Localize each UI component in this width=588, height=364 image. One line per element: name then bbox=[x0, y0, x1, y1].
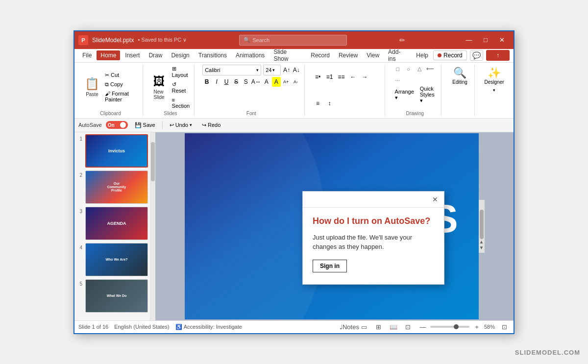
dialog-close-button[interactable]: ✕ bbox=[430, 194, 440, 204]
section-button[interactable]: ≡ Section bbox=[170, 96, 192, 110]
zoom-in-button[interactable]: + bbox=[471, 322, 482, 331]
underline-button[interactable]: U bbox=[222, 77, 231, 87]
menu-help[interactable]: Help bbox=[412, 50, 432, 60]
search-box[interactable]: 🔍 bbox=[239, 35, 347, 46]
slide-area: US LATE ✕ How do I turn on AutoSave? Jus… bbox=[155, 132, 514, 320]
format-painter-button[interactable]: 🖌 Format Painter bbox=[103, 90, 139, 103]
slide-preview-2[interactable]: OurCommunityProfile bbox=[85, 170, 148, 204]
menu-addins[interactable]: Add-ins bbox=[384, 47, 411, 64]
slides-label: Slides bbox=[164, 111, 177, 116]
zoom-slider[interactable] bbox=[430, 326, 469, 328]
notes-button[interactable]: ♩ Notes bbox=[344, 322, 355, 331]
menu-review[interactable]: Review bbox=[335, 50, 362, 60]
slides-scrollbar-thumb[interactable] bbox=[151, 142, 155, 181]
record-button[interactable]: Record bbox=[433, 50, 467, 60]
minimize-button[interactable]: — bbox=[462, 35, 476, 46]
strikethrough-button[interactable]: S bbox=[232, 77, 241, 87]
shadow-button[interactable]: S bbox=[242, 77, 250, 87]
chat-button[interactable]: 💬 bbox=[470, 50, 483, 61]
undo-button[interactable]: ↩ Undo ▾ bbox=[167, 121, 195, 129]
shape-line[interactable]: ⟵ bbox=[425, 65, 435, 73]
menu-record[interactable]: Record bbox=[307, 50, 334, 60]
font-size-selector[interactable]: 24 ▾ bbox=[263, 65, 281, 75]
title-bar: P SlideModel.pptx • Saved to this PC ∨ 🔍… bbox=[74, 31, 514, 49]
font-size-inc[interactable]: A+ bbox=[282, 77, 291, 87]
bullets-button[interactable]: ≡• bbox=[313, 72, 323, 82]
menu-home[interactable]: Home bbox=[97, 50, 120, 60]
slide-preview-5[interactable]: What We Do bbox=[85, 279, 148, 313]
slide-preview-4[interactable]: Who We Are? bbox=[85, 243, 148, 276]
saved-indicator: • Saved to this PC ∨ bbox=[138, 37, 187, 43]
shape-oval[interactable]: ○ bbox=[404, 65, 414, 73]
indent-more[interactable]: → bbox=[360, 72, 370, 82]
highlight-button[interactable]: A bbox=[272, 77, 281, 87]
menu-insert[interactable]: Insert bbox=[121, 50, 144, 60]
designer-expand[interactable]: ▾ bbox=[493, 88, 495, 93]
multilevel-button[interactable]: ≡≡ bbox=[336, 72, 347, 82]
slide-thumb-1[interactable]: 1 Invictus bbox=[76, 134, 148, 168]
slide-preview-1[interactable]: Invictus bbox=[85, 134, 148, 168]
slide-thumb-5[interactable]: 5 What We Do bbox=[76, 279, 148, 313]
slides-scrollbar[interactable] bbox=[150, 132, 155, 320]
decrease-font-button[interactable]: A↓ bbox=[293, 65, 300, 75]
new-slide-button[interactable]: 🖼 NewSlide bbox=[149, 73, 169, 101]
font-name-selector[interactable]: Calibri ▾ bbox=[202, 65, 261, 75]
save-button[interactable]: 💾 Save bbox=[132, 121, 158, 129]
ribbon-drawing: □ ○ △ ⟵ … Arrange ▾ QuickStyles ▾ Drawin… bbox=[389, 65, 441, 116]
menu-file[interactable]: File bbox=[78, 50, 96, 60]
arrange-button[interactable]: Arrange ▾ bbox=[393, 85, 416, 105]
numbered-button[interactable]: ≡1 bbox=[324, 72, 335, 82]
cut-button[interactable]: ✂ Cut bbox=[103, 71, 139, 79]
main-content: 1 Invictus 2 OurCommunityProfile 3 AGEND… bbox=[74, 132, 514, 320]
slide-thumb-3[interactable]: 3 AGENDA bbox=[76, 207, 148, 240]
accessibility-button[interactable]: ♿ Accessibility: Investigate bbox=[175, 324, 242, 330]
char-spacing-button[interactable]: A↔ bbox=[251, 77, 261, 87]
paste-button[interactable]: 📋 Paste bbox=[82, 76, 102, 98]
menu-transitions[interactable]: Transitions bbox=[195, 50, 231, 60]
menu-slideshow[interactable]: Slide Show bbox=[270, 47, 306, 64]
maximize-button[interactable]: □ bbox=[478, 35, 493, 46]
slide-1-text: Invictus bbox=[106, 146, 127, 155]
font-size-dec[interactable]: A- bbox=[292, 77, 300, 87]
editing-button[interactable]: 🔍 Editing bbox=[448, 65, 471, 87]
reset-button[interactable]: ↺ Reset bbox=[170, 80, 192, 95]
window-controls: — □ ✕ bbox=[462, 35, 510, 46]
indent-less[interactable]: ← bbox=[348, 72, 359, 82]
autosave-label: AutoSave bbox=[78, 122, 102, 128]
slide-thumb-4[interactable]: 4 Who We Are? bbox=[76, 243, 148, 276]
italic-button[interactable]: I bbox=[212, 77, 221, 87]
menu-design[interactable]: Design bbox=[167, 50, 193, 60]
slideshow-button[interactable]: ⊡ bbox=[403, 322, 414, 331]
shape-more[interactable]: … bbox=[393, 74, 403, 83]
close-button[interactable]: ✕ bbox=[495, 35, 510, 46]
menu-animations[interactable]: Animations bbox=[232, 50, 269, 60]
slide-thumb-2[interactable]: 2 OurCommunityProfile bbox=[76, 170, 148, 204]
signin-button[interactable]: Sign in bbox=[313, 260, 347, 272]
normal-view-button[interactable]: ▭ bbox=[359, 322, 369, 331]
status-bar-right: ♩ Notes ▭ ⊞ 📖 ⊡ — + 58% ⊡ bbox=[344, 322, 510, 331]
redo-button[interactable]: ↪ Redo bbox=[199, 121, 223, 129]
shape-triangle[interactable]: △ bbox=[415, 65, 424, 73]
font-color-button[interactable]: A bbox=[262, 77, 271, 87]
menu-draw[interactable]: Draw bbox=[145, 50, 166, 60]
increase-font-button[interactable]: A↑ bbox=[283, 65, 291, 75]
fit-slide-button[interactable]: ⊡ bbox=[499, 322, 510, 331]
bold-button[interactable]: B bbox=[202, 77, 211, 87]
text-align[interactable]: ≡ bbox=[313, 98, 323, 108]
slide-preview-3[interactable]: AGENDA bbox=[85, 207, 148, 240]
record-dot bbox=[438, 53, 441, 57]
copy-button[interactable]: ⧉ Copy bbox=[103, 80, 139, 89]
menu-view[interactable]: View bbox=[363, 50, 383, 60]
search-input[interactable] bbox=[252, 37, 343, 43]
designer-button[interactable]: ✨ Designer bbox=[481, 65, 508, 87]
shape-rect[interactable]: □ bbox=[393, 65, 403, 73]
zoom-out-button[interactable]: — bbox=[417, 322, 428, 331]
slidesorter-button[interactable]: ⊞ bbox=[373, 322, 384, 331]
share-button[interactable]: ↑ bbox=[486, 50, 510, 61]
line-spacing[interactable]: ↕ bbox=[324, 98, 335, 108]
layout-button[interactable]: ⊞ Layout bbox=[170, 65, 192, 79]
zoom-thumb[interactable] bbox=[454, 324, 459, 329]
autosave-toggle[interactable]: On bbox=[106, 121, 128, 129]
reading-view-button[interactable]: 📖 bbox=[388, 322, 399, 331]
quick-styles-button[interactable]: QuickStyles ▾ bbox=[418, 85, 437, 105]
